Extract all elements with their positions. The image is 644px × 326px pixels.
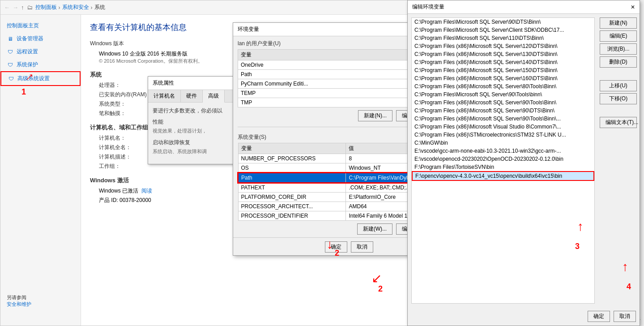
var-name: OS	[238, 163, 346, 173]
list-item[interactable]: E:\vscode\openocd-20230202\OpenOCD-20230…	[412, 155, 594, 163]
remote-settings-icon: 🛡	[7, 48, 14, 56]
list-item[interactable]: C:\Program Files (x86)\Microsoft SQL Ser…	[412, 74, 594, 82]
editenv-close-button[interactable]: ✕	[631, 4, 635, 10]
breadcrumb-sep-1: ›	[59, 4, 60, 11]
var-name: TEMP	[238, 89, 410, 98]
nav-bar: ← → ↑ 🗂 控制面板 › 系统和安全 › 系统	[0, 0, 411, 15]
editenv-new-button[interactable]: 新建(N)	[600, 17, 637, 29]
list-item[interactable]: F:\Program Files\TortoiseSVN\bin	[412, 163, 594, 171]
tab-advanced[interactable]: 高级	[203, 90, 225, 103]
editenv-delete-button[interactable]: 删除(D)	[600, 56, 637, 68]
editenv-bottom-buttons: 确定 取消	[408, 307, 640, 326]
sidebar-item-label: 高级系统设置	[17, 75, 50, 82]
editenv-side-buttons: 新建(N) 编辑(E) 浏览(B)... 删除(D) 上移(U) 下移(O) 编…	[597, 14, 640, 307]
var-name: Path	[238, 70, 410, 79]
sysprop-title: 系统属性	[153, 79, 174, 87]
list-item[interactable]: C:\MinGW\bin	[412, 139, 594, 147]
sidebar: 控制面板主页 🖥 设备管理器 🛡 远程设置 🛡 系统保护 🛡 高级系统设置 另请…	[0, 15, 81, 326]
editenv-edit-button[interactable]: 编辑(E)	[600, 30, 637, 42]
folder-icon: 🗂	[27, 4, 33, 11]
tab-hardware[interactable]: 硬件	[181, 90, 203, 102]
sidebar-item-device-manager[interactable]: 🖥 设备管理器	[0, 32, 81, 45]
security-link[interactable]: 安全和维护	[7, 301, 31, 308]
breadcrumb-item-3: 系统	[94, 4, 105, 11]
spacer2	[600, 106, 637, 115]
envvar-ok-button[interactable]: 确定	[325, 241, 347, 253]
list-item[interactable]: E:\vscode\gcc-arm-none-eabi-10.3-2021.10…	[412, 147, 594, 155]
list-item[interactable]: C:\Program Files (x86)\Microsoft SQL Ser…	[412, 42, 594, 50]
breadcrumb-item-1[interactable]: 控制面板	[35, 4, 57, 11]
list-item[interactable]: C:\Program Files\Microsoft SQL Server\Cl…	[412, 26, 594, 34]
spacer	[600, 69, 637, 78]
list-item[interactable]: C:\Program Files (x86)\Microsoft SQL Ser…	[412, 66, 594, 74]
tab-computer-name[interactable]: 计算机名	[148, 90, 181, 102]
edit-env-dialog: 编辑环境变量 ✕ C:\Program Files\Microsoft SQL …	[407, 0, 640, 326]
editenv-browse-button[interactable]: 浏览(B)...	[600, 43, 637, 55]
editenv-title: 编辑环境变量	[412, 3, 444, 11]
sys-var-col-name: 变量	[238, 143, 346, 154]
list-item[interactable]: C:\Program Files (x86)\STMicroelectronic…	[412, 131, 594, 139]
list-item[interactable]: C:\Program Files (x86)\Microsoft SQL Ser…	[412, 58, 594, 66]
editenv-ok-button[interactable]: 确定	[588, 311, 610, 322]
list-item[interactable]: C:\Program Files (x86)\Microsoft SQL Ser…	[412, 99, 594, 107]
device-manager-icon: 🖥	[7, 35, 14, 43]
sidebar-item-remote-settings[interactable]: 🛡 远程设置	[0, 45, 81, 58]
advanced-settings-icon: 🛡	[8, 75, 15, 82]
editenv-up-button[interactable]: 上移(U)	[600, 80, 637, 91]
breadcrumb-item-2[interactable]: 系统和安全	[62, 4, 89, 11]
sidebar-item-label: 系统保护	[17, 61, 38, 69]
user-new-button[interactable]: 新建(N)...	[358, 110, 392, 121]
envvar-cancel-button[interactable]: 取消	[351, 241, 373, 253]
var-name: PROCESSOR_IDENTIFIER	[238, 211, 346, 221]
also-see-label: 另请参阅	[7, 294, 31, 301]
list-item[interactable]: C:\Program Files (x86)\Microsoft SQL Ser…	[412, 50, 594, 58]
editenv-titlebar: 编辑环境变量 ✕	[408, 0, 640, 14]
editenv-cancel-button[interactable]: 取消	[614, 311, 636, 322]
back-button[interactable]: ←	[4, 4, 10, 11]
sidebar-item-label: 远程设置	[17, 48, 38, 56]
sys-new-button[interactable]: 新建(W)...	[357, 223, 392, 235]
envvar-title: 环境变量	[238, 26, 259, 33]
forward-button[interactable]: →	[13, 4, 18, 11]
list-item[interactable]: C:\Program Files (x86)\Microsoft SQL Ser…	[412, 82, 594, 90]
list-item[interactable]: C:\Program Files\Microsoft SQL Server\11…	[412, 34, 594, 42]
up-button[interactable]: ↑	[21, 4, 24, 11]
breadcrumb-sep-2: ›	[91, 4, 93, 11]
list-item[interactable]: C:\Program Files\Microsoft SQL Server\90…	[412, 18, 594, 26]
var-name: PyCharm Community Editi...	[238, 79, 410, 89]
sidebar-item-advanced-settings[interactable]: 🛡 高级系统设置	[0, 71, 81, 86]
var-name: NUMBER_OF_PROCESSORS	[238, 154, 346, 163]
list-item[interactable]: C:\Program Files (x86)\Microsoft SQL Ser…	[412, 115, 594, 123]
sidebar-item-label: 设备管理器	[17, 35, 43, 43]
var-name: Path	[238, 173, 346, 183]
editenv-edit-text-button[interactable]: 编辑文本(T)...	[600, 117, 637, 128]
var-name: PATHEXT	[238, 183, 346, 193]
list-item[interactable]: C:\Program Files\Microsoft SQL Server\90…	[412, 90, 594, 99]
var-name: TMP	[238, 98, 410, 107]
editenv-down-button[interactable]: 下移(O)	[600, 93, 637, 104]
sidebar-footer: 另请参阅 安全和维护	[0, 290, 38, 312]
var-name: PROCESSOR_ARCHITECT...	[238, 202, 346, 211]
list-item[interactable]: C:\Program Files (x86)\Microsoft Visual …	[412, 123, 594, 131]
var-name: PLATFORMIO_CORE_DIR	[238, 193, 346, 202]
system-protect-icon: 🛡	[7, 61, 14, 69]
highlighted-path-item[interactable]: F:\opencv\opencv-4.3.0-vc14_vc15\opencv\…	[412, 171, 594, 181]
var-name: OneDrive	[238, 60, 410, 70]
path-list[interactable]: C:\Program Files\Microsoft SQL Server\90…	[411, 17, 595, 304]
home-label: 控制面板主页	[7, 22, 39, 30]
user-var-col-name: 变量	[238, 50, 410, 60]
list-item[interactable]: C:\Program Files (x86)\Microsoft SQL Ser…	[412, 107, 594, 115]
sidebar-item-system-protect[interactable]: 🛡 系统保护	[0, 58, 81, 71]
breadcrumb: 控制面板 › 系统和安全 › 系统	[35, 4, 105, 11]
sidebar-home[interactable]: 控制面板主页	[0, 19, 81, 32]
